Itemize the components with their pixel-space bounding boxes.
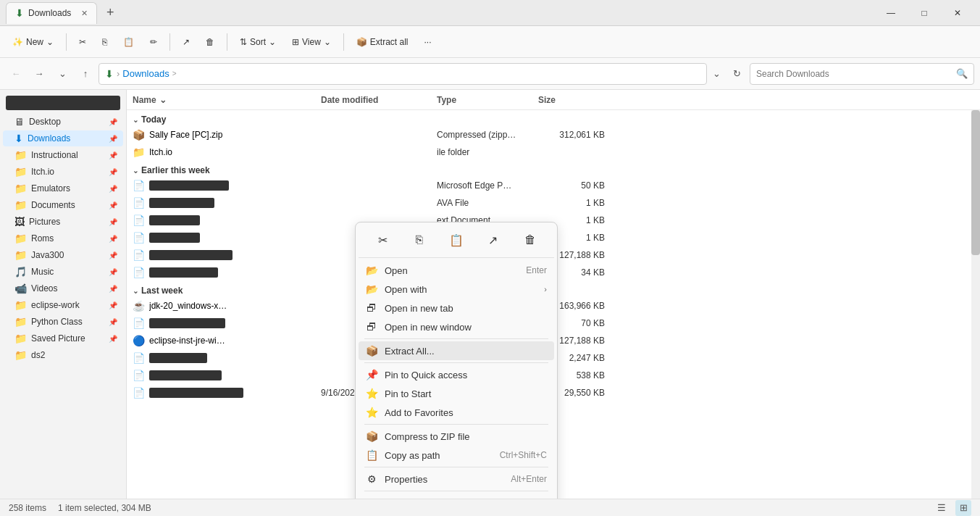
ctx-properties-item[interactable]: ⚙ Properties Alt+Enter bbox=[359, 470, 554, 488]
list-view-button[interactable]: ☰ bbox=[934, 500, 950, 516]
ctx-item-label: Extract All... bbox=[385, 346, 547, 357]
folder-icon: 📁 bbox=[14, 333, 27, 344]
ctx-copy-button[interactable]: ⎘ bbox=[408, 228, 431, 251]
sidebar-item-python-class[interactable]: 📁 Python Class 📌 bbox=[3, 314, 123, 330]
pin-icon: 📌 bbox=[109, 268, 117, 276]
folder-icon: 📁 bbox=[14, 166, 27, 178]
table-row[interactable]: 📁 Itch.io ile folder bbox=[130, 143, 977, 161]
ctx-paste-button[interactable]: 📋 bbox=[445, 228, 468, 251]
sidebar-item-eclipse-work[interactable]: 📁 eclipse-work 📌 bbox=[3, 297, 123, 313]
pin-icon: 📌 bbox=[109, 285, 117, 293]
sidebar-item-label: Emulators bbox=[31, 183, 104, 194]
table-row[interactable]: 📄 AVA File 1 KB bbox=[130, 194, 977, 212]
sidebar-item-itch[interactable]: 📁 Itch.io 📌 bbox=[3, 164, 123, 180]
sort-chevron-icon: ⌄ bbox=[159, 95, 167, 105]
ctx-copy-path-item[interactable]: 📋 Copy as path Ctrl+Shift+C bbox=[359, 446, 554, 465]
column-date-modified[interactable]: Date modified bbox=[321, 95, 437, 105]
file-name-cell: 📄 bbox=[133, 180, 321, 191]
file-size: 1 KB bbox=[538, 198, 611, 208]
sidebar-item-documents[interactable]: 📁 Documents 📌 bbox=[3, 197, 123, 213]
refresh-button[interactable]: ↻ bbox=[726, 64, 747, 84]
delete-button[interactable]: 🗑 bbox=[199, 33, 221, 51]
copy-button[interactable]: ⎘ bbox=[96, 33, 114, 51]
new-button[interactable]: ✨ New ⌄ bbox=[6, 33, 60, 51]
search-input[interactable] bbox=[756, 69, 952, 79]
pin-icon: 📌 bbox=[109, 151, 117, 159]
ctx-open-new-tab-item[interactable]: 🗗 Open in new tab bbox=[359, 299, 554, 317]
ctx-add-favorites-item[interactable]: ⭐ Add to Favorites bbox=[359, 403, 554, 422]
ctx-share-button[interactable]: ↗ bbox=[482, 228, 505, 251]
sort-button[interactable]: ⇅ Sort ⌄ bbox=[233, 33, 282, 51]
table-row[interactable]: 📦 Sally Face [PC].zip Compressed (zipp… … bbox=[130, 126, 977, 143]
sidebar-item-java300[interactable]: 📁 Java300 📌 bbox=[3, 247, 123, 263]
file-icon: 📄 bbox=[133, 197, 145, 209]
sidebar-item-label: Pictures bbox=[29, 217, 104, 227]
sidebar-item-label: Roms bbox=[31, 233, 104, 244]
sidebar-item-label: Music bbox=[31, 267, 104, 277]
masked-filename bbox=[149, 353, 207, 363]
grid-view-button[interactable]: ⊞ bbox=[955, 500, 971, 516]
pictures-icon: 🖼 bbox=[14, 216, 25, 228]
sidebar-item-instructional[interactable]: 📁 Instructional 📌 bbox=[3, 147, 123, 163]
more-options-button[interactable]: ··· bbox=[418, 33, 438, 51]
rename-button[interactable]: ✏ bbox=[143, 33, 164, 51]
sidebar-item-downloads[interactable]: ⬇ Downloads 📌 bbox=[3, 130, 123, 146]
ctx-cut-button[interactable]: ✂ bbox=[371, 228, 394, 251]
eclipse-icon: 🔵 bbox=[133, 335, 145, 346]
new-tab-button[interactable]: + bbox=[100, 3, 120, 23]
sidebar-item-videos[interactable]: 📹 Videos 📌 bbox=[3, 280, 123, 296]
ctx-open-with-item[interactable]: 📂 Open with › bbox=[359, 280, 554, 299]
ctx-extract-all-item[interactable]: 📦 Extract All... bbox=[359, 341, 554, 360]
rename-icon: ✏ bbox=[150, 37, 157, 47]
sidebar-item-label: Java300 bbox=[31, 250, 104, 260]
tab-downloads[interactable]: ⬇ Downloads ✕ bbox=[6, 2, 97, 24]
ctx-open-item[interactable]: 📂 Open Enter bbox=[359, 261, 554, 280]
extract-all-button[interactable]: 📦 Extract all bbox=[350, 33, 415, 51]
ctx-show-more-item[interactable]: ⋯ Show more options bbox=[359, 494, 554, 499]
folder-icon: 📁 bbox=[133, 146, 145, 158]
sidebar-item-music[interactable]: 🎵 Music 📌 bbox=[3, 264, 123, 280]
sidebar-item-roms[interactable]: 📁 Roms 📌 bbox=[3, 230, 123, 246]
column-name[interactable]: Name ⌄ bbox=[133, 95, 321, 105]
context-menu-separator-3 bbox=[364, 424, 548, 425]
folder-icon: 📁 bbox=[14, 349, 27, 361]
file-icon: 📄 bbox=[133, 317, 145, 329]
ctx-item-label: Show more options bbox=[385, 498, 547, 499]
file-size: 312,061 KB bbox=[538, 130, 611, 140]
section-header-today: ⌄ Today bbox=[130, 110, 977, 126]
sidebar-item-pictures[interactable]: 🖼 Pictures 📌 bbox=[3, 214, 123, 230]
close-button[interactable]: ✕ bbox=[941, 0, 974, 26]
address-dropdown-button[interactable]: ⌄ bbox=[710, 68, 724, 79]
maximize-button[interactable]: □ bbox=[908, 0, 941, 26]
file-size: 50 KB bbox=[538, 180, 611, 191]
ctx-open-new-window-item[interactable]: 🗗 Open in new window bbox=[359, 317, 554, 336]
back-button[interactable]: ← bbox=[6, 64, 26, 84]
sidebar-header bbox=[0, 93, 126, 113]
paste-button[interactable]: 📋 bbox=[117, 33, 141, 51]
ctx-pin-quick-item[interactable]: 📌 Pin to Quick access bbox=[359, 365, 554, 384]
cut-button[interactable]: ✂ bbox=[72, 33, 93, 51]
view-button[interactable]: ⊞ View ⌄ bbox=[285, 33, 338, 51]
minimize-button[interactable]: — bbox=[874, 0, 908, 26]
ctx-delete-button[interactable]: 🗑 bbox=[519, 228, 542, 251]
pin-icon: 📌 bbox=[109, 135, 117, 143]
ctx-pin-start-item[interactable]: ⭐ Pin to Start bbox=[359, 384, 554, 403]
sidebar-item-desktop[interactable]: 🖥 Desktop 📌 bbox=[3, 114, 123, 130]
sidebar-item-label: Desktop bbox=[29, 117, 104, 127]
column-size[interactable]: Size bbox=[538, 95, 611, 105]
up-button[interactable]: ↑ bbox=[75, 64, 96, 84]
ctx-item-label: Open in new tab bbox=[385, 303, 547, 314]
scrollbar-thumb[interactable] bbox=[971, 110, 980, 255]
tab-close-button[interactable]: ✕ bbox=[81, 9, 88, 18]
folder-icon: 📁 bbox=[14, 249, 27, 261]
forward-button[interactable]: → bbox=[29, 64, 49, 84]
column-type[interactable]: Type bbox=[437, 95, 538, 105]
sidebar-item-ds2[interactable]: 📁 ds2 bbox=[3, 347, 123, 363]
recent-locations-button[interactable]: ⌄ bbox=[52, 64, 72, 84]
share-button[interactable]: ↗ bbox=[176, 33, 196, 51]
sidebar-item-emulators[interactable]: 📁 Emulators 📌 bbox=[3, 180, 123, 196]
breadcrumb-bar[interactable]: ⬇ › Downloads > bbox=[99, 63, 707, 85]
sidebar-item-saved-picture[interactable]: 📁 Saved Picture 📌 bbox=[3, 330, 123, 346]
table-row[interactable]: 📄 Microsoft Edge P… 50 KB bbox=[130, 177, 977, 194]
ctx-compress-item[interactable]: 📦 Compress to ZIP file bbox=[359, 427, 554, 446]
